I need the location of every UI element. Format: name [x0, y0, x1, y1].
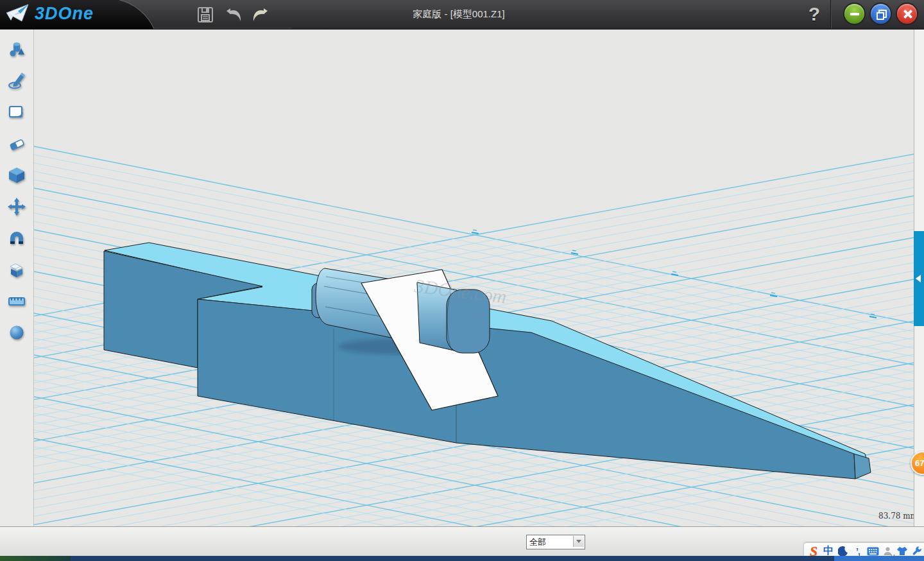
sidebar-item-measure[interactable] [4, 288, 30, 314]
tool-sidebar [0, 29, 34, 526]
solid-primitives-icon [7, 40, 26, 59]
transform-move-icon [7, 197, 26, 216]
measure-ruler-icon [7, 291, 26, 311]
scale-readout: 83.78 mm [853, 512, 918, 521]
sidebar-item-render[interactable] [4, 320, 30, 345]
sidebar-item-feature-solid[interactable] [4, 162, 30, 188]
redo-icon [251, 6, 270, 24]
minimize-icon [850, 13, 859, 15]
app-logo: 3DOne [5, 3, 94, 24]
save-icon [197, 6, 214, 23]
restore-button[interactable] [871, 4, 891, 24]
panel-expander-tab[interactable] [914, 231, 924, 326]
help-button[interactable]: ? [803, 1, 825, 27]
filter-dropdown-value: 全部 [529, 537, 546, 548]
sidebar-item-sketch-edit[interactable] [4, 99, 30, 125]
redo-button[interactable] [250, 4, 271, 26]
paper-plane-icon [5, 3, 31, 24]
sidebar-item-transform-move[interactable] [4, 194, 30, 220]
save-button[interactable] [194, 4, 216, 26]
titlebar-separator [830, 0, 831, 29]
sketch-draw-icon [7, 71, 26, 91]
sidebar-item-solid-primitives[interactable] [4, 37, 30, 62]
minimize-button[interactable] [844, 4, 864, 24]
assembly-magnet-icon [7, 229, 26, 248]
close-button[interactable] [897, 4, 917, 24]
taskbar-segment [834, 556, 924, 561]
sidebar-item-assembly[interactable] [4, 225, 30, 251]
title-bar: 3DOne 家庭版 - [模型001.Z1] ? [0, 0, 924, 30]
special-feature-box-icon [7, 260, 26, 279]
chevron-down-icon [576, 540, 581, 543]
sketch-edit-icon [7, 103, 26, 122]
sidebar-item-sketch-draw[interactable] [4, 68, 30, 94]
app-name: 3DOne [35, 4, 94, 24]
moon-icon [838, 546, 848, 557]
model-viewport[interactable] [33, 29, 914, 526]
keyboard-icon [867, 547, 879, 556]
chevron-left-icon [916, 275, 921, 282]
restore-icon [877, 10, 885, 18]
bottom-toolbar [0, 526, 924, 557]
feature-cube-icon [7, 166, 26, 185]
close-icon [903, 10, 912, 19]
tshirt-icon [896, 546, 908, 556]
os-taskbar-edge [0, 556, 924, 561]
sidebar-item-special-feature[interactable] [4, 257, 30, 282]
render-sphere-icon [7, 323, 26, 342]
taskbar-segment [0, 556, 71, 561]
sidebar-item-sketch-modify[interactable] [4, 131, 30, 157]
undo-icon [224, 6, 243, 24]
dropdown-arrow-button[interactable] [573, 536, 584, 547]
filter-dropdown[interactable]: 全部 [526, 535, 585, 549]
undo-button[interactable] [223, 4, 244, 26]
window-title: 家庭版 - [模型001.Z1] [413, 8, 504, 21]
wrench-icon [912, 546, 922, 556]
sketch-modify-icon [7, 134, 26, 153]
